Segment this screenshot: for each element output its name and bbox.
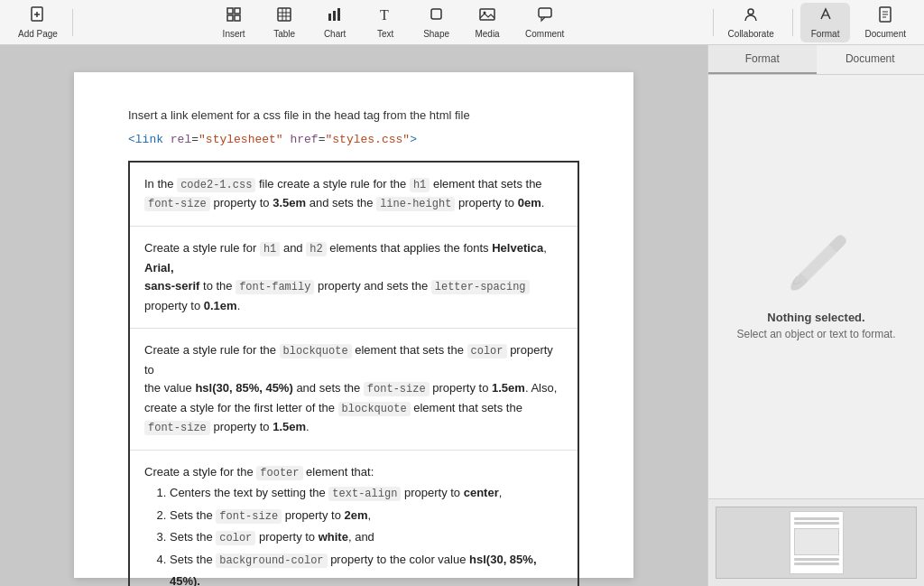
thumb-line-3: [794, 558, 839, 561]
svg-point-20: [748, 9, 753, 14]
document-button[interactable]: Document: [854, 3, 917, 42]
table-icon: [276, 6, 292, 27]
code-blockquote-1: blockquote: [280, 344, 352, 358]
format-button[interactable]: Format: [800, 3, 851, 42]
code-footer: footer: [256, 466, 302, 480]
collaborate-button[interactable]: Collaborate: [717, 3, 785, 42]
format-icon: [818, 6, 834, 27]
add-page-button[interactable]: Add Page: [7, 3, 69, 42]
code-font-size-4: font-size: [216, 509, 282, 524]
nothing-selected-panel: Nothing selected. Select an object or te…: [708, 75, 924, 498]
add-page-label: Add Page: [18, 29, 58, 39]
thumb-page: [790, 511, 844, 574]
code-font-size-2: font-size: [364, 382, 430, 396]
bold-2em: 2em: [345, 508, 368, 522]
media-label: Media: [475, 29, 499, 39]
thumb-line-4: [794, 563, 839, 565]
toolbar-divider-1: [72, 9, 73, 36]
code-tag-open: <link: [128, 133, 171, 146]
bold-sans-serif: sans-serif: [144, 279, 199, 293]
instruction-text: Insert a link element for a css file in …: [128, 108, 579, 122]
insert-button[interactable]: Insert: [210, 3, 257, 42]
text-label: Text: [377, 29, 393, 39]
code-tag-close: >: [410, 133, 417, 146]
format-label: Format: [811, 29, 840, 39]
code-color-2: color: [216, 531, 255, 545]
thumb-line-1: [794, 517, 839, 520]
main-layout: Insert a link element for a css file in …: [0, 45, 924, 586]
code-h2: h2: [306, 242, 326, 256]
bold-0-1em: 0.1em: [204, 299, 237, 312]
code-letter-spacing: letter-spacing: [431, 280, 530, 294]
table-label: Table: [273, 29, 295, 39]
format-tabs: Format Document: [708, 45, 924, 75]
comment-label: Comment: [525, 29, 564, 39]
chart-label: Chart: [324, 29, 346, 39]
bold-white: white: [319, 530, 348, 544]
chart-icon: [327, 6, 343, 27]
nothing-selected-title: Nothing selected.: [767, 311, 864, 324]
right-panel: Format Document Nothing selected. Select…: [707, 45, 924, 586]
code-blockquote-2: blockquote: [338, 402, 411, 416]
section-1-text: In the code2-1.css file create a style r…: [144, 175, 563, 213]
table-button[interactable]: Table: [261, 3, 308, 42]
code-bg-color: background-color: [216, 553, 327, 568]
shape-icon: [429, 6, 445, 27]
svg-rect-3: [227, 8, 233, 14]
svg-rect-17: [480, 9, 494, 20]
code-font-size-1: font-size: [144, 197, 210, 211]
text-button[interactable]: T Text: [362, 3, 409, 42]
content-box: In the code2-1.css file create a style r…: [128, 161, 579, 586]
insert-icon: [226, 6, 242, 27]
list-item-1: Centers the text by setting the text-ali…: [170, 482, 563, 505]
list-item-2: Sets the font-size property to 2em,: [170, 505, 563, 527]
comment-icon: [537, 6, 553, 27]
svg-rect-16: [431, 9, 441, 19]
svg-rect-4: [235, 8, 240, 14]
svg-rect-13: [333, 11, 336, 21]
shape-button[interactable]: Shape: [412, 3, 460, 42]
section-4-list: Centers the text by setting the text-ali…: [144, 482, 563, 586]
code-val-stylesheet: "stylesheet": [199, 133, 283, 146]
svg-rect-19: [539, 8, 551, 17]
svg-text:T: T: [380, 7, 389, 23]
code-text-align: text-align: [328, 487, 401, 501]
insert-label: Insert: [223, 29, 245, 39]
bold-helvetica: Helvetica: [492, 241, 543, 255]
collaborate-label: Collaborate: [728, 29, 774, 39]
media-button[interactable]: Media: [464, 3, 511, 42]
thumb-box: [794, 528, 839, 555]
thumb-line-2: [794, 522, 839, 525]
chart-button[interactable]: Chart: [311, 3, 358, 42]
section-4-intro: Create a style for the footer element th…: [144, 463, 563, 482]
bold-1-5em-2: 1.5em: [273, 420, 306, 433]
document-area: Insert a link element for a css file in …: [0, 45, 707, 586]
code-eq2: =: [319, 133, 326, 146]
bold-hsl-1: hsl(30, 85%, 45%): [195, 381, 292, 395]
list-item-3: Sets the color property to white, and: [170, 526, 563, 549]
collaborate-icon: [743, 6, 759, 27]
comment-button[interactable]: Comment: [514, 3, 575, 42]
shape-label: Shape: [423, 29, 449, 39]
svg-rect-14: [337, 8, 340, 21]
svg-rect-12: [328, 14, 331, 21]
code-line-height: line-height: [376, 197, 455, 211]
code-line: <link rel="stylesheet" href="styles.css"…: [128, 133, 579, 146]
tab-format[interactable]: Format: [708, 45, 817, 74]
code-h1: h1: [410, 178, 430, 192]
page: Insert a link element for a css file in …: [74, 72, 633, 578]
code-h1-2: h1: [260, 242, 280, 256]
bold-0em: 0em: [518, 196, 541, 209]
code-code2-1: code2-1.css: [177, 178, 255, 192]
media-icon: [479, 6, 495, 27]
code-val-styles: "styles.css": [326, 133, 411, 146]
tab-document[interactable]: Document: [817, 45, 925, 74]
bold-1-5em-1: 1.5em: [492, 381, 525, 395]
section-3-text: Create a style rule for the blockquote e…: [144, 341, 563, 437]
nothing-selected-sub: Select an object or text to format.: [736, 328, 895, 340]
add-page-icon: [30, 6, 46, 27]
bold-center: center: [464, 486, 499, 499]
toolbar: Add Page Insert Table Chart T T: [0, 0, 924, 45]
svg-rect-5: [227, 15, 233, 21]
section-1: In the code2-1.css file create a style r…: [130, 163, 578, 227]
